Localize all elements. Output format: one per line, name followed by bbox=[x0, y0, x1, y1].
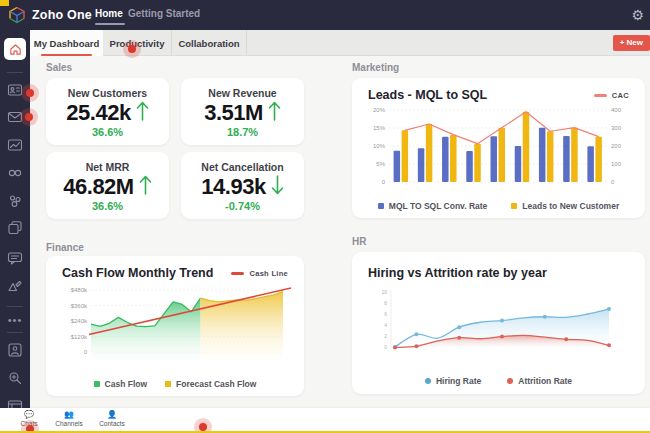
home-icon bbox=[9, 43, 22, 56]
svg-text:$120k: $120k bbox=[71, 334, 88, 340]
svg-text:10%: 10% bbox=[373, 143, 386, 149]
sidebar-item-home[interactable] bbox=[4, 38, 26, 60]
sidebar-item-chat[interactable] bbox=[7, 250, 23, 266]
mountain-pen-icon bbox=[7, 278, 23, 294]
kpi-delta: 18.7% bbox=[181, 126, 304, 138]
svg-text:2: 2 bbox=[384, 333, 387, 339]
cac-legend-label: CAC bbox=[612, 91, 629, 100]
blue-series-swatch bbox=[378, 203, 384, 209]
attrition-rate-swatch bbox=[507, 378, 513, 384]
svg-text:4: 4 bbox=[384, 322, 387, 328]
svg-text:0: 0 bbox=[611, 179, 615, 185]
cash-flow-swatch bbox=[94, 381, 100, 387]
svg-text:20%: 20% bbox=[373, 107, 386, 113]
sidebar-item-view[interactable] bbox=[7, 165, 23, 181]
hiring-rate-swatch bbox=[425, 378, 431, 384]
annotation-dot bbox=[128, 45, 136, 53]
documents-icon bbox=[7, 220, 23, 236]
legend-label: Cash Flow bbox=[105, 379, 148, 389]
sidebar-item-contact-card[interactable] bbox=[7, 82, 23, 98]
svg-text:300: 300 bbox=[611, 125, 622, 131]
topnav-getting-started[interactable]: Getting Started bbox=[128, 8, 200, 19]
sidebar-item-people[interactable] bbox=[7, 342, 23, 358]
kpi-value: 3.51M bbox=[204, 100, 263, 126]
svg-text:$360k: $360k bbox=[71, 303, 88, 309]
svg-text:400: 400 bbox=[611, 107, 622, 113]
svg-text:10: 10 bbox=[381, 289, 387, 295]
cash-line-legend: Cash Line bbox=[231, 269, 288, 278]
svg-text:0: 0 bbox=[84, 349, 88, 355]
section-label-marketing: Marketing bbox=[352, 62, 399, 73]
sidebar-item-media[interactable] bbox=[7, 137, 23, 153]
hr-legend: Hiring Rate Attrition Rate bbox=[352, 376, 645, 386]
hr-chart-card: Hiring vs Attrition rate by year 1086420… bbox=[352, 252, 645, 394]
tab-collaboration[interactable]: Collaboration bbox=[172, 30, 247, 56]
kpi-card-new-customers: New Customers 25.42k 36.6% bbox=[46, 78, 169, 145]
sidebar-item-mail[interactable] bbox=[7, 109, 23, 125]
sidebar-item-docs[interactable] bbox=[7, 220, 23, 236]
legend-label: MQL TO SQL Conv. Rate bbox=[389, 201, 488, 211]
kpi-value: 46.82M bbox=[63, 174, 133, 200]
sidebar-item-apps[interactable] bbox=[7, 193, 23, 209]
channels-icon: 👥 bbox=[49, 410, 89, 419]
trend-up-arrow-icon bbox=[268, 100, 281, 126]
forecast-swatch bbox=[165, 381, 171, 387]
trend-down-arrow-icon bbox=[271, 174, 284, 200]
dashboard-tab-bar: My Dashboard Productivity Collaboration … bbox=[30, 30, 650, 56]
topnav-home[interactable]: Home bbox=[95, 8, 123, 19]
left-sidebar: ••• bbox=[0, 30, 30, 408]
svg-text:0: 0 bbox=[384, 344, 387, 350]
kpi-title: New Revenue bbox=[181, 87, 304, 99]
smart-chat-bar: 💬 Chats 👥 Channels 👤 Contacts Here is yo… bbox=[0, 408, 650, 433]
kpi-title: New Customers bbox=[46, 87, 169, 99]
contacts-label: Contacts bbox=[92, 420, 132, 427]
kpi-delta: -0.74% bbox=[181, 200, 304, 212]
kpi-title: Net MRR bbox=[46, 161, 169, 173]
cac-line-swatch bbox=[594, 94, 607, 97]
new-button[interactable]: + New bbox=[613, 35, 650, 51]
cac-legend: CAC bbox=[594, 91, 629, 100]
kpi-value: 14.93k bbox=[201, 174, 265, 200]
chat-bubble-icon bbox=[7, 250, 23, 266]
mail-icon bbox=[7, 109, 23, 125]
image-chart-icon bbox=[7, 137, 23, 153]
kpi-title: Net Cancellation bbox=[181, 161, 304, 173]
sidebar-item-sites[interactable] bbox=[7, 278, 23, 294]
cash-line-label: Cash Line bbox=[249, 269, 288, 278]
cash-flow-area-chart: $480k$360k$240k$120k0 bbox=[53, 286, 297, 378]
tab-my-dashboard[interactable]: My Dashboard bbox=[30, 30, 103, 56]
top-bar: Zoho One Home Getting Started ⚙ bbox=[0, 0, 650, 30]
zoho-one-logo[interactable] bbox=[8, 6, 26, 24]
chart-title: Cash Flow Monthly Trend bbox=[62, 266, 213, 280]
chart-title: Leads - MQL to SQL bbox=[368, 88, 487, 102]
settings-gear-icon[interactable]: ⚙ bbox=[631, 4, 644, 26]
legend-label: Leads to New Customer bbox=[522, 201, 619, 211]
sidebar-item-search-settings[interactable] bbox=[7, 370, 23, 386]
contacts-icon: 👤 bbox=[92, 410, 132, 419]
bottombar-channels[interactable]: 👥 Channels bbox=[49, 410, 89, 427]
sidebar-divider bbox=[7, 332, 23, 333]
finance-legend: Cash Flow Forecast Cash Flow bbox=[46, 379, 304, 389]
brand-title: Zoho One bbox=[32, 8, 92, 22]
eye-icon bbox=[7, 165, 23, 181]
dashboard-content: Sales New Customers 25.42k 36.6% New Rev… bbox=[30, 56, 650, 408]
search-gear-icon bbox=[7, 370, 23, 386]
bottombar-contacts[interactable]: 👤 Contacts bbox=[92, 410, 132, 427]
legend-label: Forecast Cash Flow bbox=[176, 379, 256, 389]
svg-text:15%: 15% bbox=[373, 125, 386, 131]
svg-text:8: 8 bbox=[384, 300, 387, 306]
svg-text:5%: 5% bbox=[376, 161, 385, 167]
kpi-card-net-cancellation: Net Cancellation 14.93k -0.74% bbox=[181, 152, 304, 219]
sidebar-divider bbox=[7, 72, 23, 73]
sidebar-more-icon[interactable]: ••• bbox=[4, 314, 26, 326]
kpi-card-net-mrr: Net MRR 46.82M 36.6% bbox=[46, 152, 169, 219]
tab-productivity[interactable]: Productivity bbox=[103, 30, 172, 56]
marketing-chart-card: Leads - MQL to SQL CAC 20%40015%30010%20… bbox=[352, 78, 645, 218]
trend-up-arrow-icon bbox=[136, 100, 149, 126]
trend-up-arrow-icon bbox=[139, 174, 152, 200]
svg-text:6: 6 bbox=[384, 311, 387, 317]
cash-line-swatch bbox=[231, 272, 244, 275]
chats-icon: 💬 bbox=[9, 410, 49, 419]
section-label-sales: Sales bbox=[46, 62, 72, 73]
annotation-yellow-corner bbox=[0, 0, 9, 6]
